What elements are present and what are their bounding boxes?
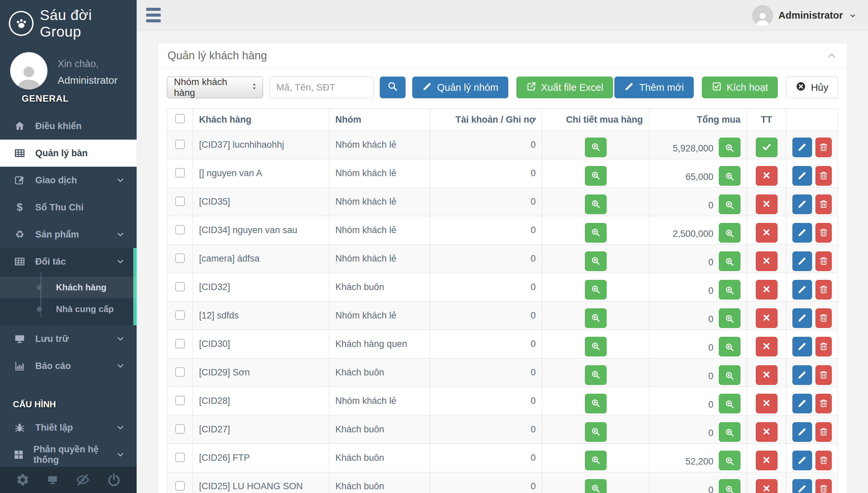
view-purchase-detail-button[interactable]	[585, 138, 607, 157]
view-purchase-detail-button[interactable]	[585, 194, 607, 214]
eye-slash-icon[interactable]	[76, 473, 90, 487]
search-button[interactable]	[380, 77, 406, 98]
status-inactive-button[interactable]	[756, 223, 777, 243]
row-checkbox[interactable]	[175, 481, 185, 491]
edit-button[interactable]	[792, 308, 812, 328]
view-purchase-detail-button[interactable]	[585, 223, 607, 243]
view-total-detail-button[interactable]	[719, 337, 741, 356]
delete-button[interactable]	[815, 166, 832, 186]
view-purchase-detail-button[interactable]	[585, 280, 607, 300]
delete-button[interactable]	[815, 337, 832, 356]
view-purchase-detail-button[interactable]	[585, 337, 607, 356]
delete-button[interactable]	[815, 365, 832, 385]
sidebar-item-settings[interactable]: Thiết lập	[0, 414, 137, 441]
row-checkbox[interactable]	[175, 310, 185, 320]
delete-button[interactable]	[815, 280, 832, 300]
activate-button[interactable]: Kích hoạt	[702, 77, 778, 98]
edit-button[interactable]	[792, 251, 812, 271]
status-inactive-button[interactable]	[756, 337, 777, 356]
view-total-detail-button[interactable]	[719, 194, 741, 214]
sidebar-item-customers[interactable]: Khách hàng	[0, 276, 137, 298]
sidebar-item-suppliers[interactable]: Nhà cung cấp	[0, 298, 137, 320]
delete-button[interactable]	[815, 451, 832, 470]
edit-button[interactable]	[792, 394, 812, 413]
view-purchase-detail-button[interactable]	[585, 479, 607, 493]
monitor-icon[interactable]	[47, 474, 58, 486]
row-checkbox[interactable]	[175, 253, 185, 263]
row-checkbox[interactable]	[175, 140, 185, 149]
row-checkbox[interactable]	[175, 339, 185, 348]
status-inactive-button[interactable]	[756, 166, 777, 186]
row-checkbox[interactable]	[175, 197, 185, 206]
status-inactive-button[interactable]	[756, 194, 777, 214]
view-total-detail-button[interactable]	[719, 451, 741, 470]
view-purchase-detail-button[interactable]	[585, 166, 607, 186]
manage-group-button[interactable]: Quản lý nhóm	[412, 77, 508, 98]
edit-button[interactable]	[792, 479, 812, 493]
collapse-panel-button[interactable]	[826, 50, 837, 61]
menu-toggle-button[interactable]	[146, 8, 161, 25]
delete-button[interactable]	[815, 194, 832, 214]
edit-button[interactable]	[792, 451, 812, 470]
view-total-detail-button[interactable]	[719, 394, 741, 413]
sidebar-item-products[interactable]: ♻Sản phẩm	[0, 221, 137, 248]
status-inactive-button[interactable]	[756, 422, 777, 442]
delete-button[interactable]	[815, 479, 832, 493]
status-inactive-button[interactable]	[756, 365, 777, 385]
status-inactive-button[interactable]	[756, 479, 777, 493]
status-active-button[interactable]	[756, 138, 777, 157]
status-inactive-button[interactable]	[756, 308, 777, 328]
sidebar-item-permissions[interactable]: Phân quyền hệ thống	[0, 441, 137, 468]
status-inactive-button[interactable]	[756, 451, 777, 470]
power-icon[interactable]	[107, 473, 121, 487]
view-total-detail-button[interactable]	[719, 138, 741, 157]
sidebar-item-storage[interactable]: Lưu trữ	[0, 325, 137, 352]
search-input[interactable]	[269, 77, 374, 98]
delete-button[interactable]	[815, 394, 832, 413]
export-excel-button[interactable]: Xuất file Excel	[516, 77, 613, 98]
view-total-detail-button[interactable]	[719, 223, 741, 243]
delete-button[interactable]	[815, 422, 832, 442]
edit-button[interactable]	[792, 365, 812, 385]
customer-group-select[interactable]: Nhóm khách hàng	[167, 77, 263, 98]
sidebar-item-transactions[interactable]: Giao dịch	[0, 167, 137, 194]
gear-icon[interactable]	[16, 473, 30, 487]
row-checkbox[interactable]	[175, 282, 185, 291]
add-new-button[interactable]: Thêm mới	[614, 77, 694, 98]
view-total-detail-button[interactable]	[719, 422, 741, 442]
delete-button[interactable]	[815, 308, 832, 328]
edit-button[interactable]	[792, 223, 812, 243]
delete-button[interactable]	[815, 251, 832, 271]
user-menu[interactable]: Administrator	[752, 0, 857, 31]
view-purchase-detail-button[interactable]	[585, 394, 607, 413]
status-inactive-button[interactable]	[756, 280, 777, 300]
sidebar-item-tables[interactable]: Quản lý bàn	[0, 140, 137, 167]
edit-button[interactable]	[792, 422, 812, 442]
view-total-detail-button[interactable]	[719, 280, 741, 300]
edit-button[interactable]	[792, 337, 812, 356]
sidebar-item-partners[interactable]: Đối tác	[0, 248, 137, 275]
edit-button[interactable]	[792, 280, 812, 300]
select-all-checkbox[interactable]	[175, 114, 185, 123]
row-checkbox[interactable]	[175, 168, 185, 178]
view-purchase-detail-button[interactable]	[585, 422, 607, 442]
view-purchase-detail-button[interactable]	[585, 308, 607, 328]
view-total-detail-button[interactable]	[719, 166, 741, 186]
view-total-detail-button[interactable]	[719, 251, 741, 271]
view-purchase-detail-button[interactable]	[585, 451, 607, 470]
edit-button[interactable]	[792, 194, 812, 214]
view-total-detail-button[interactable]	[719, 479, 741, 493]
view-total-detail-button[interactable]	[719, 365, 741, 385]
row-checkbox[interactable]	[175, 424, 185, 434]
sidebar-item-cashbook[interactable]: $Sổ Thu Chi	[0, 194, 137, 221]
edit-button[interactable]	[792, 166, 812, 186]
view-purchase-detail-button[interactable]	[585, 251, 607, 271]
status-inactive-button[interactable]	[756, 394, 777, 413]
edit-button[interactable]	[792, 138, 812, 157]
sidebar-item-reports[interactable]: Báo cáo	[0, 352, 137, 379]
cancel-button[interactable]: Hủy	[786, 77, 838, 98]
view-total-detail-button[interactable]	[719, 308, 741, 328]
row-checkbox[interactable]	[175, 367, 185, 377]
delete-button[interactable]	[815, 223, 832, 243]
status-inactive-button[interactable]	[756, 251, 777, 271]
